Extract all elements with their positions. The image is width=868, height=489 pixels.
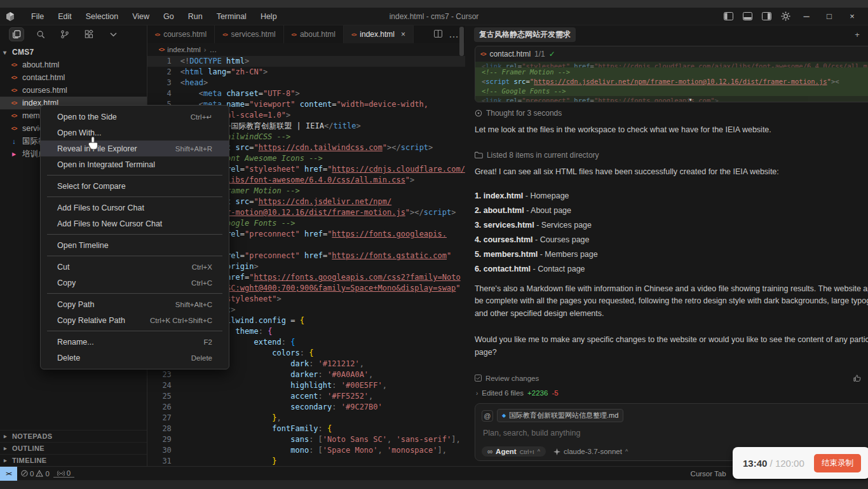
menu-item-copy[interactable]: CopyCtrl+C [41,275,229,291]
error-count: 0 [30,470,34,478]
minimize-button[interactable]: ─ [797,10,816,24]
menu-item-shortcut: Delete [191,354,212,362]
code-text: mono: ['Space Mono', 'monospace'], [180,445,465,456]
context-file-pill[interactable]: ◆ 国际教育创新联盟网站信息整理.md [497,409,624,422]
breadcrumb-more: … [210,46,217,53]
menu-item-open-with-[interactable]: Open With... [41,125,229,141]
search-icon[interactable] [33,27,48,41]
menu-separator [47,234,222,235]
list-item: 5. members.html - Members page [475,247,868,262]
edited-file-card[interactable]: <> contact.html 1/1 ✓ <link rel="stylesh… [475,46,868,102]
html-file-icon: <> [292,32,296,38]
close-tab-icon[interactable]: × [401,30,405,39]
menu-help[interactable]: Help [255,10,283,23]
tab-services.html[interactable]: <>services.html [215,25,283,43]
breadcrumb[interactable]: <> index.html › … [147,43,465,56]
tab-about.html[interactable]: <>about.html [284,25,344,43]
menu-item-rename-[interactable]: Rename...F2 [41,334,229,350]
maximize-button[interactable]: □ [820,10,839,24]
extensions-icon[interactable] [81,27,97,41]
code-line: 30 mono: ['Space Mono', 'monospace'], [147,445,465,456]
explorer-icon[interactable] [9,27,24,41]
close-button[interactable]: × [843,10,862,24]
chat-input-placeholder[interactable]: Plan, search, build anything [483,429,868,437]
chat-header: 复古风格静态网站开发需求 + … × [465,25,868,43]
line-number: 26 [147,402,180,413]
thumbs-up-icon[interactable] [853,375,861,382]
menu-edit[interactable]: Edit [52,10,78,23]
new-chat-icon[interactable]: + [855,30,860,39]
menu-separator [47,331,222,331]
source-control-icon[interactable] [57,27,72,41]
list-item-file: 5. members.html [475,250,538,259]
html-file-icon: <> [155,32,159,38]
settings-gear-icon[interactable] [778,10,793,23]
tab-index.html[interactable]: <>index.html× [344,25,414,43]
edited-files-label: Edited 6 files [482,389,524,397]
menu-selection[interactable]: Selection [80,10,124,23]
remote-indicator[interactable]: >< [0,467,17,481]
menu-run[interactable]: Run [182,10,208,23]
line-number: 30 [147,445,180,456]
ports-indicator[interactable]: 0 [53,469,74,478]
toggle-panel-icon[interactable] [740,10,755,23]
tool-call-label: Listed 8 items in current directory [487,151,599,160]
list-item: 1. index.html - Homepage [475,189,868,203]
menu-item-delete[interactable]: DeleteDelete [41,350,229,366]
editor-scrollbar[interactable] [459,27,464,56]
file-row-about.html[interactable]: <>about.html [0,59,147,71]
section-timeline[interactable]: ▸TIMELINE [0,454,147,466]
menu-file[interactable]: File [25,10,50,23]
model-selector[interactable]: claude-3.7-sonnet ^ [553,448,628,455]
add-context-button[interactable]: @ [482,410,493,422]
lines-added: +2236 [527,389,548,397]
menu-item-copy-relative-path[interactable]: Copy Relative PathCtrl+K Ctrl+Shift+C [41,312,229,328]
menu-item-open-to-the-side[interactable]: Open to the SideCtrl+↵ [41,109,229,125]
stop-recording-button[interactable]: 结束录制 [814,454,861,472]
infinity-icon: ∞ [487,448,492,455]
list-item-desc: - Contact page [531,265,585,273]
menu-item-copy-path[interactable]: Copy PathShift+Alt+C [41,296,229,312]
thought-row[interactable]: Thought for 3 seconds [475,109,868,118]
section-outline[interactable]: ▸OUTLINE [0,442,147,454]
menu-item-select-for-compare[interactable]: Select for Compare [41,178,229,194]
file-row-courses.html[interactable]: <>courses.html [0,84,147,97]
model-icon [553,448,560,455]
edited-files-row[interactable]: › Edited 6 files +2236 -5 [475,387,868,399]
tab-label: courses.html [163,30,207,39]
breadcrumb-file: index.html [167,46,200,53]
menu-item-add-files-to-cursor-chat[interactable]: Add Files to Cursor Chat [41,200,229,216]
menu-item-shortcut: Ctrl+C [191,279,212,287]
toggle-secondary-sidebar-icon[interactable] [759,10,774,23]
chat-tab-title[interactable]: 复古风格静态网站开发需求 [474,27,576,42]
code-text: <!DOCTYPE html> [180,56,465,67]
toggle-primary-sidebar-icon[interactable] [721,10,736,23]
status-cursor-tab[interactable]: Cursor Tab [691,470,726,478]
file-row-contact.html[interactable]: <>contact.html [0,71,147,84]
menu-item-open-timeline[interactable]: Open Timeline [41,237,229,253]
explorer-root-folder[interactable]: ▾ CMS7 [0,46,147,59]
chevron-down-icon[interactable] [105,27,121,41]
agent-label: Agent [496,448,517,455]
menu-item-cut[interactable]: CutCtrl+X [41,259,229,275]
menu-terminal[interactable]: Terminal [211,10,252,23]
review-changes-button[interactable]: Review changes [485,375,539,382]
menu-item-add-files-to-new-cursor-chat[interactable]: Add Files to New Cursor Chat [41,216,229,231]
menu-item-shortcut: F2 [204,338,212,346]
tool-call-row[interactable]: Listed 8 items in current directory [475,151,868,160]
line-number: 1 [147,56,180,67]
menu-item-open-in-integrated-terminal[interactable]: Open in Integrated Terminal [41,156,229,172]
list-item-desc: - Services page [534,221,592,230]
menu-go[interactable]: Go [158,10,180,23]
tab-courses.html[interactable]: <>courses.html [147,25,215,43]
menu-item-reveal-in-file-explorer[interactable]: Reveal in File ExplorerShift+Alt+R [41,141,229,156]
desktop-top-strip [0,0,868,8]
split-editor-icon[interactable] [434,29,442,40]
problems-indicator[interactable]: 0 0 [17,470,53,478]
menu-view[interactable]: View [126,10,155,23]
more-actions-icon[interactable]: … [449,29,459,40]
chevron-down-icon[interactable]: ▾ [689,96,693,102]
tab-label: about.html [300,30,336,39]
section-notepads[interactable]: ▸NOTEPADS [0,430,147,442]
agent-mode-selector[interactable]: ∞ Agent Ctrl+I ^ [482,446,546,457]
